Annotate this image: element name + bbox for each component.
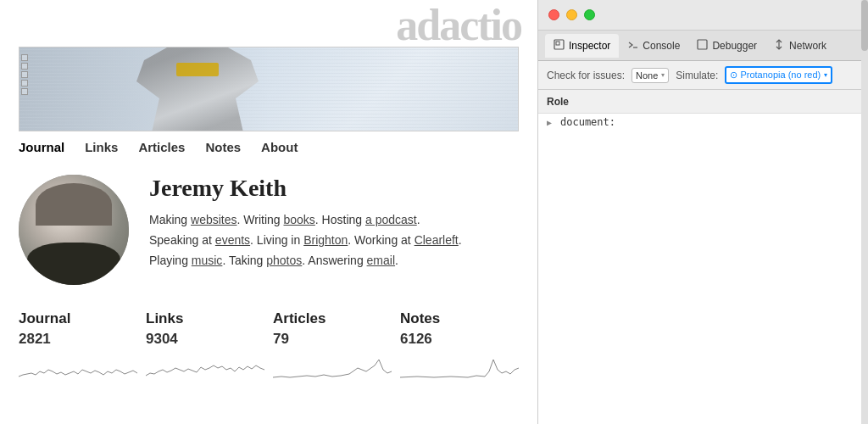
profile-name: Jeremy Keith bbox=[149, 175, 520, 202]
simulate-chevron-icon: ▾ bbox=[824, 71, 827, 79]
avatar bbox=[19, 175, 129, 285]
network-icon bbox=[774, 39, 785, 53]
sparkline-articles bbox=[273, 353, 392, 378]
bio-text-2: . Writing bbox=[237, 213, 284, 226]
devtools-scrollbar-thumb bbox=[861, 0, 868, 51]
stat-links: Links 9304 bbox=[146, 310, 273, 378]
bio-link-books[interactable]: books bbox=[283, 213, 314, 226]
debugger-icon bbox=[697, 39, 708, 53]
role-label: Role bbox=[547, 96, 569, 108]
stat-links-count: 9304 bbox=[146, 331, 264, 348]
tab-inspector-label: Inspector bbox=[569, 40, 610, 52]
bio-link-clearleft[interactable]: Clearleft bbox=[415, 233, 459, 247]
sparkline-links bbox=[146, 353, 264, 378]
hero-rect-4 bbox=[21, 80, 28, 86]
bio-link-email[interactable]: email bbox=[367, 254, 395, 267]
bio-link-photos[interactable]: photos bbox=[266, 254, 302, 267]
stat-notes: Notes 6126 bbox=[400, 310, 527, 378]
tab-debugger[interactable]: Debugger bbox=[688, 34, 765, 58]
tree-document-label: document: bbox=[560, 116, 615, 128]
nav-notes[interactable]: Notes bbox=[205, 140, 241, 158]
devtools-scrollbar[interactable] bbox=[861, 0, 868, 424]
bio-link-brighton[interactable]: Brighton bbox=[303, 233, 348, 247]
nav-about[interactable]: About bbox=[261, 140, 298, 158]
devtools-tabs: Inspector Console Debugger Network bbox=[538, 31, 868, 61]
tab-debugger-label: Debugger bbox=[712, 40, 757, 52]
stat-notes-count: 6126 bbox=[400, 331, 519, 348]
traffic-light-yellow[interactable] bbox=[566, 9, 577, 20]
none-select-value: None bbox=[636, 70, 658, 81]
bio-link-websites[interactable]: websites bbox=[191, 213, 236, 226]
hero-rect-5 bbox=[21, 88, 28, 95]
bio-text-10: . Taking bbox=[222, 254, 266, 267]
inspector-icon bbox=[554, 39, 565, 53]
site-header: adactio bbox=[0, 0, 538, 47]
stat-articles-count: 79 bbox=[273, 331, 392, 348]
stat-notes-label: Notes bbox=[400, 310, 519, 327]
stat-links-label: Links bbox=[146, 310, 264, 327]
bio-text-8: . bbox=[459, 233, 462, 247]
check-issues-label: Check for issues: bbox=[547, 70, 625, 81]
bio-link-events[interactable]: events bbox=[215, 233, 250, 247]
tab-network[interactable]: Network bbox=[765, 34, 835, 58]
tab-console[interactable]: Console bbox=[619, 34, 688, 58]
bio-link-podcast[interactable]: a podcast bbox=[365, 213, 417, 226]
none-select[interactable]: None ▾ bbox=[632, 68, 669, 83]
svg-rect-1 bbox=[556, 42, 559, 45]
bio-text-9: Playing bbox=[149, 254, 192, 267]
console-icon bbox=[627, 39, 638, 53]
bio-text-5: Speaking at bbox=[149, 233, 215, 247]
devtools-role-header: Role bbox=[538, 90, 868, 114]
profile-text: Jeremy Keith Making websites. Writing bo… bbox=[149, 175, 520, 271]
devtools-content: ▶ document: bbox=[538, 114, 868, 424]
devtools-panel: Inspector Console Debugger Network Check… bbox=[537, 0, 868, 424]
stat-articles: Articles 79 bbox=[273, 310, 400, 378]
profile-bio: Making websites. Writing books. Hosting … bbox=[149, 210, 520, 271]
nav-articles[interactable]: Articles bbox=[138, 140, 185, 158]
hero-rect-1 bbox=[21, 54, 28, 61]
tree-triangle-icon: ▶ bbox=[547, 118, 557, 127]
hero-rect-3 bbox=[21, 71, 28, 78]
site-navigation: Journal Links Articles Notes About bbox=[0, 140, 538, 158]
bio-text-11: . Answering bbox=[302, 254, 366, 267]
tab-console-label: Console bbox=[643, 40, 680, 52]
stats-section: Journal 2821 Links 9304 Articles 79 bbox=[0, 302, 538, 378]
simulate-label: Simulate: bbox=[676, 70, 718, 81]
traffic-light-red[interactable] bbox=[548, 9, 559, 20]
bio-link-music[interactable]: music bbox=[192, 254, 223, 267]
simulate-select[interactable]: ⊙ Protanopia (no red) ▾ bbox=[725, 66, 832, 84]
stat-journal-label: Journal bbox=[19, 310, 137, 327]
bio-text-4: . bbox=[417, 213, 420, 226]
tree-document[interactable]: ▶ document: bbox=[538, 114, 868, 131]
bio-text-1: Making bbox=[149, 213, 191, 226]
traffic-light-green[interactable] bbox=[584, 9, 595, 20]
main-website: adactio Journal Links Articles Notes Abo… bbox=[0, 0, 538, 424]
bio-text-7: . Working at bbox=[348, 233, 414, 247]
svg-rect-3 bbox=[698, 40, 707, 49]
stat-articles-label: Articles bbox=[273, 310, 392, 327]
tab-inspector[interactable]: Inspector bbox=[545, 34, 619, 58]
devtools-titlebar bbox=[538, 0, 868, 31]
bio-text-6: . Living in bbox=[250, 233, 303, 247]
stat-journal-count: 2821 bbox=[19, 331, 137, 348]
site-logo: adactio bbox=[396, 0, 521, 50]
simulate-select-value: ⊙ Protanopia (no red) bbox=[730, 70, 821, 81]
nav-links[interactable]: Links bbox=[85, 140, 118, 158]
tab-network-label: Network bbox=[789, 40, 826, 52]
bio-text-3: . Hosting bbox=[315, 213, 365, 226]
hero-banner bbox=[19, 47, 519, 131]
bio-text-12: . bbox=[395, 254, 398, 267]
sparkline-notes bbox=[400, 353, 519, 378]
nav-journal[interactable]: Journal bbox=[19, 140, 64, 158]
stat-journal: Journal 2821 bbox=[19, 310, 146, 378]
devtools-toolbar: Check for issues: None ▾ Simulate: ⊙ Pro… bbox=[538, 61, 868, 90]
none-chevron-icon: ▾ bbox=[661, 71, 665, 79]
profile-section: Jeremy Keith Making websites. Writing bo… bbox=[0, 158, 538, 302]
sparkline-journal bbox=[19, 353, 137, 378]
hero-rect-2 bbox=[21, 63, 28, 70]
